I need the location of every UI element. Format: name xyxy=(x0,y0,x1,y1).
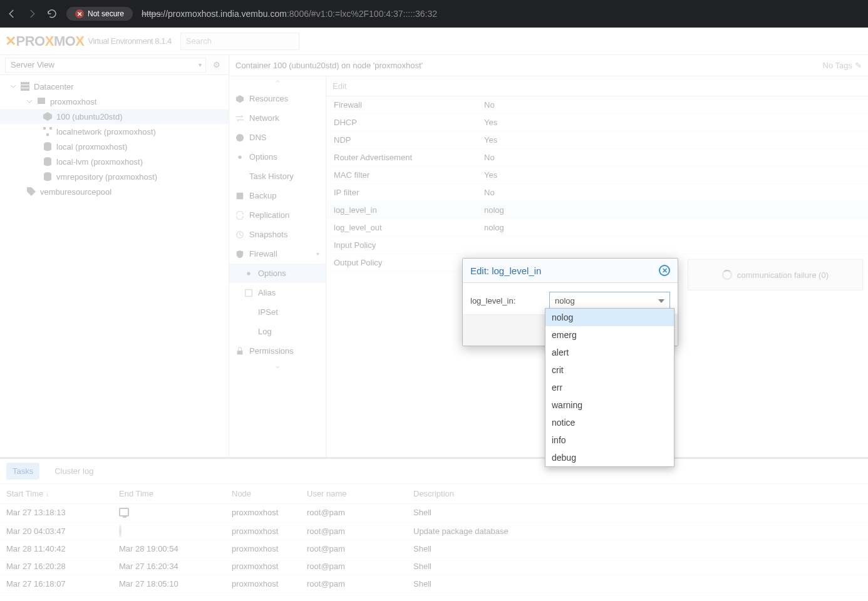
log-level-combobox[interactable]: nolog xyxy=(549,292,670,309)
option-value: Yes xyxy=(484,170,497,180)
submenu-fw-options[interactable]: Options xyxy=(229,264,326,283)
task-row[interactable]: Mar 20 04:03:47proxmoxhostroot@pamUpdate… xyxy=(0,523,868,540)
submenu-fw-ipset[interactable]: IPSet xyxy=(229,302,326,322)
chevron-down-icon: ▾ xyxy=(316,250,319,257)
app-root: ✕ PROXMOX Virtual Environment 8.1.4 Sear… xyxy=(0,28,868,601)
option-value: No xyxy=(484,153,495,162)
chevron-up-icon[interactable]: ⌃ xyxy=(229,79,326,89)
option-row[interactable]: NDPYes xyxy=(326,131,868,149)
list-icon xyxy=(244,308,253,317)
submenu: ⌃ Resources Network DNS Options Task His… xyxy=(229,76,326,457)
tab-cluster-log[interactable]: Cluster log xyxy=(48,463,100,480)
submenu-fw-alias[interactable]: Alias xyxy=(229,283,326,302)
col-start-time[interactable]: Start Time↓ xyxy=(6,489,119,498)
forward-icon[interactable] xyxy=(26,8,38,19)
option-key: MAC filter xyxy=(334,170,484,180)
option-key: IP filter xyxy=(334,188,484,197)
reload-icon[interactable] xyxy=(46,8,58,19)
submenu-task-history[interactable]: Task History xyxy=(229,167,326,186)
dropdown-option[interactable]: err xyxy=(545,379,674,396)
tree-pool[interactable]: vemburesourcepool xyxy=(0,184,229,199)
task-row[interactable]: Mar 27 13:18:13proxmoxhostroot@pamShell xyxy=(0,504,868,523)
task-row[interactable]: Mar 27 16:20:28Mar 27 16:20:34proxmoxhos… xyxy=(0,558,868,575)
option-value: nolog xyxy=(484,223,504,232)
tree-host[interactable]: proxmoxhost xyxy=(0,94,229,109)
dropdown-option[interactable]: debug xyxy=(545,449,674,466)
option-key: NDP xyxy=(334,135,484,145)
col-user[interactable]: User name xyxy=(307,489,413,498)
security-label: Not secure xyxy=(88,9,124,18)
search-input[interactable]: Search xyxy=(180,33,299,50)
submenu-fw-log[interactable]: Log xyxy=(229,322,326,341)
not-secure-icon: ✕ xyxy=(75,9,84,18)
submenu-network[interactable]: Network xyxy=(229,108,326,128)
dropdown-option[interactable]: crit xyxy=(545,361,674,379)
dropdown-option[interactable]: warning xyxy=(545,396,674,414)
dropdown-option[interactable]: nolog xyxy=(545,309,674,326)
sort-desc-icon: ↓ xyxy=(46,491,49,498)
option-row[interactable]: Router AdvertisementNo xyxy=(326,149,868,167)
svg-point-11 xyxy=(238,155,241,158)
dropdown-option[interactable]: alert xyxy=(545,344,674,361)
submenu-resources[interactable]: Resources xyxy=(229,89,326,108)
option-row[interactable]: log_level_outnolog xyxy=(326,219,868,237)
exchange-icon xyxy=(235,114,244,123)
back-icon[interactable] xyxy=(6,8,18,19)
task-log-panel: Tasks Cluster log Start Time↓ End Time N… xyxy=(0,457,868,601)
submenu-snapshots[interactable]: Snapshots xyxy=(229,225,326,244)
storage-icon xyxy=(43,172,53,182)
submenu-dns[interactable]: DNS xyxy=(229,128,326,147)
globe-icon xyxy=(235,133,244,142)
storage-icon xyxy=(43,157,53,167)
option-row[interactable]: Input Policy xyxy=(326,237,868,254)
submenu-replication[interactable]: Replication xyxy=(229,205,326,225)
list-icon xyxy=(244,327,253,336)
no-tags[interactable]: No Tags ✎ xyxy=(823,61,862,70)
tree-container-100[interactable]: 100 (ubuntu20std) xyxy=(0,109,229,124)
gear-icon[interactable]: ⚙ xyxy=(210,58,224,72)
cube-icon xyxy=(43,111,53,121)
tree-datacenter[interactable]: Datacenter xyxy=(0,79,229,94)
edit-button[interactable]: Edit xyxy=(333,81,346,91)
submenu-backup[interactable]: Backup xyxy=(229,186,326,205)
task-row[interactable]: Mar 28 11:40:42Mar 28 19:00:54proxmoxhos… xyxy=(0,540,868,558)
option-row[interactable]: DHCPYes xyxy=(326,114,868,131)
tree-vmrepository[interactable]: vmrepository (proxmoxhost) xyxy=(0,169,229,184)
dropdown-option[interactable]: notice xyxy=(545,414,674,431)
tree-local[interactable]: local (proxmoxhost) xyxy=(0,139,229,154)
security-pill[interactable]: ✕ Not secure xyxy=(66,7,133,21)
svg-rect-1 xyxy=(21,85,29,88)
view-selector[interactable]: Server View xyxy=(5,58,206,73)
gear-icon xyxy=(235,153,244,162)
url-bar[interactable]: https://proxmoxhost.india.vembu.com:8006… xyxy=(142,9,437,19)
cube-icon xyxy=(235,95,244,103)
submenu-options[interactable]: Options xyxy=(229,147,326,167)
option-row[interactable]: MAC filterYes xyxy=(326,167,868,184)
sync-icon xyxy=(235,211,244,220)
chevron-down-icon[interactable]: ⌄ xyxy=(229,361,326,371)
col-end-time[interactable]: End Time xyxy=(119,489,232,498)
node-icon xyxy=(36,96,46,106)
col-desc[interactable]: Description xyxy=(413,489,862,498)
svg-rect-2 xyxy=(21,88,29,91)
svg-rect-12 xyxy=(237,192,244,199)
close-icon[interactable]: ✕ xyxy=(659,265,670,276)
submenu-permissions[interactable]: Permissions xyxy=(229,341,326,361)
version-label: Virtual Environment 8.1.4 xyxy=(88,36,172,46)
svg-rect-3 xyxy=(38,98,45,104)
submenu-firewall[interactable]: Firewall▾ xyxy=(229,244,326,264)
dropdown-option[interactable]: info xyxy=(545,431,674,449)
tree-local-lvm[interactable]: local-lvm (proxmoxhost) xyxy=(0,154,229,169)
dropdown-option[interactable]: emerg xyxy=(545,326,674,344)
col-node[interactable]: Node xyxy=(232,489,307,498)
option-row[interactable]: FirewallNo xyxy=(326,96,868,114)
view-selector-row: Server View ⚙ xyxy=(0,55,229,75)
option-key: log_level_out xyxy=(334,223,484,232)
option-row[interactable]: IP filterNo xyxy=(326,184,868,202)
tree-localnetwork[interactable]: localnetwork (proxmoxhost) xyxy=(0,124,229,139)
option-row[interactable]: log_level_innolog xyxy=(326,202,868,219)
task-row[interactable]: Mar 27 16:18:07Mar 27 18:05:10proxmoxhos… xyxy=(0,575,868,593)
tab-tasks[interactable]: Tasks xyxy=(6,463,39,480)
modal-field-label: log_level_in: xyxy=(470,296,544,306)
svg-point-14 xyxy=(247,272,250,275)
